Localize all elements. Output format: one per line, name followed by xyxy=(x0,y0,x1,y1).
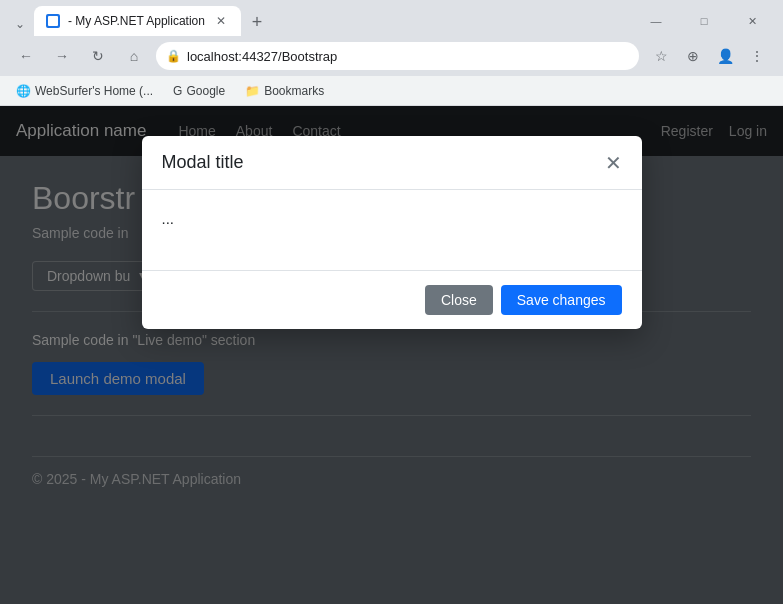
forward-button[interactable]: → xyxy=(48,42,76,70)
tab-title: - My ASP.NET Application xyxy=(68,14,205,28)
tab-favicon xyxy=(46,14,60,28)
bookmark-google-icon: G xyxy=(173,84,182,98)
modal-close-x-button[interactable]: ✕ xyxy=(605,153,622,173)
modal-dialog: Modal title ✕ ... Close Save changes xyxy=(142,136,642,329)
menu-icon[interactable]: ⋮ xyxy=(743,42,771,70)
url-text: localhost:44327/Bootstrap xyxy=(187,49,629,64)
browser-chrome: ⌄ - My ASP.NET Application ✕ + — □ ✕ ← →… xyxy=(0,0,783,106)
bookmark-bookmarks-label: Bookmarks xyxy=(264,84,324,98)
bookmark-label: WebSurfer's Home (... xyxy=(35,84,153,98)
bookmark-folder-icon: 📁 xyxy=(245,84,260,98)
bookmark-star-icon[interactable]: ☆ xyxy=(647,42,675,70)
new-tab-button[interactable]: + xyxy=(243,8,271,36)
back-button[interactable]: ← xyxy=(12,42,40,70)
security-icon: 🔒 xyxy=(166,49,181,63)
profile-icon[interactable]: 👤 xyxy=(711,42,739,70)
tab-list-button[interactable]: ⌄ xyxy=(8,12,32,36)
reload-button[interactable]: ↻ xyxy=(84,42,112,70)
bookmark-websurfer[interactable]: 🌐 WebSurfer's Home (... xyxy=(12,82,157,100)
modal-header: Modal title ✕ xyxy=(142,136,642,190)
bookmarks-bar: 🌐 WebSurfer's Home (... G Google 📁 Bookm… xyxy=(0,76,783,106)
bookmark-google-label: Google xyxy=(186,84,225,98)
bookmark-bookmarks[interactable]: 📁 Bookmarks xyxy=(241,82,328,100)
modal-close-button[interactable]: Close xyxy=(425,285,493,315)
maximize-button[interactable]: □ xyxy=(681,6,727,36)
modal-body: ... xyxy=(142,190,642,270)
extensions-icon[interactable]: ⊕ xyxy=(679,42,707,70)
close-window-button[interactable]: ✕ xyxy=(729,6,775,36)
page-content: Application name Home About Contact Regi… xyxy=(0,106,783,604)
active-tab[interactable]: - My ASP.NET Application ✕ xyxy=(34,6,241,36)
modal-save-button[interactable]: Save changes xyxy=(501,285,622,315)
url-bar[interactable]: 🔒 localhost:44327/Bootstrap xyxy=(156,42,639,70)
bookmark-icon: 🌐 xyxy=(16,84,31,98)
modal-footer: Close Save changes xyxy=(142,270,642,329)
bookmark-google[interactable]: G Google xyxy=(169,82,229,100)
address-bar: ← → ↻ ⌂ 🔒 localhost:44327/Bootstrap ☆ ⊕ … xyxy=(0,36,783,76)
home-button[interactable]: ⌂ xyxy=(120,42,148,70)
minimize-button[interactable]: — xyxy=(633,6,679,36)
window-controls: — □ ✕ xyxy=(633,6,775,36)
modal-title: Modal title xyxy=(162,152,605,173)
toolbar-icons: ☆ ⊕ 👤 ⋮ xyxy=(647,42,771,70)
svg-rect-0 xyxy=(48,16,58,26)
tab-strip: ⌄ - My ASP.NET Application ✕ + — □ ✕ xyxy=(0,0,783,36)
modal-overlay: Modal title ✕ ... Close Save changes xyxy=(0,106,783,604)
modal-body-text: ... xyxy=(162,210,175,227)
tab-close-button[interactable]: ✕ xyxy=(213,13,229,29)
